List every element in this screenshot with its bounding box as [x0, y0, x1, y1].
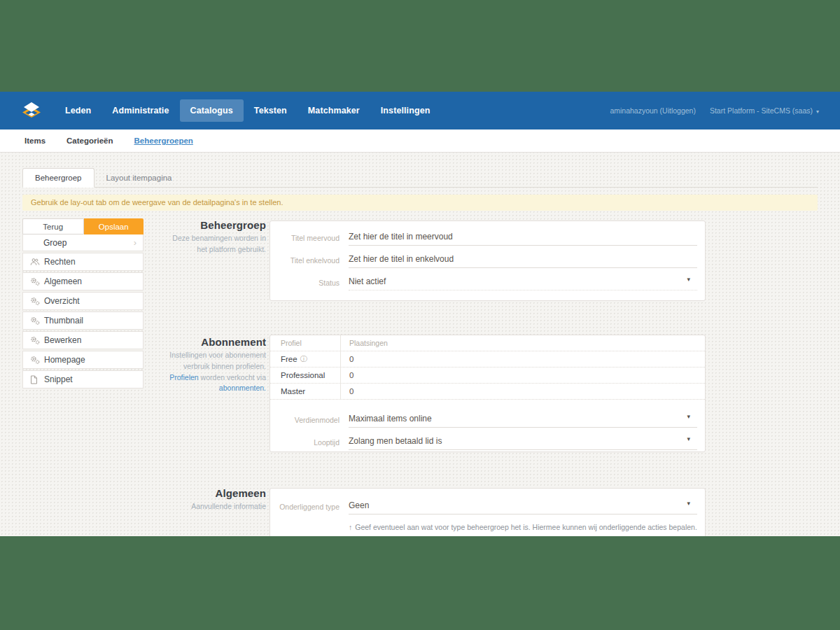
plaatsingen-input[interactable]: 0	[340, 351, 705, 367]
caret-down-icon: ▾	[687, 276, 690, 283]
table-row: Professional 0	[270, 368, 705, 384]
gears-icon	[30, 316, 44, 325]
looptijd-select[interactable]: Zolang men betaald lid is ▾	[349, 435, 697, 450]
sidebar-item-snippet[interactable]: Snippet	[22, 370, 144, 388]
onderliggend-type-select[interactable]: Geen ▾	[349, 500, 697, 514]
sidebar-item-label: Rechten	[44, 257, 76, 267]
letterbox-top	[0, 0, 840, 92]
status-select-value: Niet actief	[349, 276, 386, 286]
verdienmodel-select[interactable]: Maximaal items online ▾	[349, 413, 697, 428]
chevron-down-icon: ▾	[816, 108, 819, 115]
subnav-item-categorieen[interactable]: Categorieën	[66, 136, 113, 145]
plaatsingen-input[interactable]: 0	[340, 368, 705, 383]
status-select[interactable]: Niet actief ▾	[349, 276, 697, 290]
section-title: Algemeen	[161, 487, 266, 499]
titel-meervoud-input[interactable]: Zet hier de titel in meervoud	[349, 231, 697, 246]
profiel-name: Master	[281, 387, 305, 396]
sidebar-item-homepage[interactable]: Homepage	[22, 351, 144, 369]
field-label-onderliggend-type: Onderliggend type	[270, 503, 349, 511]
card-abonnement: Profiel Plaatsingen Free ⓘ 0 Professiona…	[270, 335, 706, 452]
navbar-right: aminahazyoun (Uitloggen) Start Platform …	[610, 106, 819, 115]
field-label-verdienmodel: Verdienmodel	[270, 416, 349, 424]
field-label-looptijd: Looptijd	[270, 438, 349, 447]
letterbox-bottom	[0, 536, 840, 630]
card-beheergroep: Titel meervoud Zet hier de titel in meer…	[270, 220, 706, 301]
nav-item-instellingen[interactable]: Instellingen	[370, 99, 441, 122]
section-description: Instellingen voor abonnement verbruik bi…	[161, 350, 266, 394]
section-heading-algemeen: Algemeen Aanvullende informatie	[161, 487, 266, 512]
section-title: Abonnement	[161, 336, 266, 348]
gears-icon	[30, 336, 44, 344]
platform-selector[interactable]: Start Platform - SiteCMS (saas)▾	[710, 106, 819, 115]
save-button[interactable]: Opslaan	[84, 218, 144, 234]
column-header-profiel: Profiel	[270, 339, 340, 347]
section-heading-beheergroep: Beheergroep Deze benamingen worden in he…	[161, 219, 266, 255]
tab-layout-itempagina[interactable]: Layout itempagina	[94, 169, 184, 187]
users-icon	[30, 258, 44, 266]
onderliggend-type-select-value: Geen	[349, 500, 369, 510]
info-icon[interactable]: ⓘ	[300, 354, 307, 364]
profiel-name: Professional	[281, 371, 325, 379]
top-navbar: Leden Administratie Catalogus Teksten Ma…	[0, 92, 840, 130]
section-title: Beheergroep	[161, 219, 266, 231]
card-algemeen: Onderliggend type Geen ▾ ↑Geef eventueel…	[270, 488, 706, 544]
notice-banner: Gebruik de lay-out tab om de weergave va…	[22, 195, 818, 211]
sidebar-item-rechten[interactable]: Rechten	[22, 253, 144, 271]
up-arrow-icon: ↑	[349, 523, 352, 531]
field-label-titel-enkelvoud: Titel enkelvoud	[270, 256, 349, 265]
section-description: Deze benamingen worden in het platform g…	[161, 233, 266, 255]
user-logout-link[interactable]: aminahazyoun (Uitloggen)	[610, 106, 696, 115]
subnav-item-items[interactable]: Items	[24, 136, 46, 145]
section-description: Aanvullende informatie	[161, 501, 266, 512]
chevron-right-icon: ›	[134, 238, 136, 247]
profiel-name: Free	[281, 355, 298, 363]
caret-down-icon: ▾	[687, 435, 690, 442]
section-heading-abonnement: Abonnement Instellingen voor abonnement …	[161, 336, 266, 394]
caret-down-icon: ▾	[687, 413, 690, 420]
subnav-item-beheergroepen[interactable]: Beheergroepen	[134, 136, 193, 145]
gears-icon	[30, 277, 44, 286]
sidebar-item-algemeen[interactable]: Algemeen	[22, 272, 144, 290]
sidebar-item-thumbnail[interactable]: Thumbnail	[22, 312, 144, 330]
sidebar-item-label: Homepage	[44, 355, 85, 365]
back-button[interactable]: Terug	[22, 218, 84, 234]
field-label-status: Status	[270, 279, 349, 287]
page: Leden Administratie Catalogus Teksten Ma…	[0, 0, 840, 630]
profielen-link[interactable]: Profielen	[169, 373, 198, 382]
sidebar-item-label: Algemeen	[44, 276, 82, 286]
sitecms-logo-icon	[21, 102, 42, 119]
sidebar-item-overzicht[interactable]: Overzicht	[22, 292, 144, 310]
table-header-row: Profiel Plaatsingen	[270, 335, 705, 351]
gears-icon	[30, 297, 44, 305]
abonnementen-link[interactable]: abonnmenten.	[219, 384, 266, 392]
platform-selector-label: Start Platform - SiteCMS (saas)	[710, 106, 813, 115]
table-row: Master 0	[270, 384, 705, 400]
tab-bar: Beheergroep Layout itempagina	[22, 168, 818, 188]
table-row: Free ⓘ 0	[270, 351, 705, 368]
sidebar-item-bewerken[interactable]: Bewerken	[22, 331, 144, 349]
sidebar-list: Rechten Algemeen	[22, 253, 144, 388]
main-nav: Leden Administratie Catalogus Teksten Ma…	[55, 92, 440, 130]
nav-item-administratie[interactable]: Administratie	[102, 99, 179, 122]
column-header-plaatsingen: Plaatsingen	[340, 335, 705, 351]
titel-enkelvoud-input[interactable]: Zet hier de titel in enkelvoud	[349, 253, 697, 268]
gears-icon	[30, 356, 44, 364]
plaatsingen-input[interactable]: 0	[340, 384, 705, 399]
sidebar-item-groep[interactable]: Groep ›	[22, 234, 144, 251]
sidebar-group-label: Groep	[43, 238, 66, 248]
profielen-table: Profiel Plaatsingen Free ⓘ 0 Professiona…	[270, 335, 705, 400]
sidebar-item-label: Overzicht	[44, 296, 80, 306]
tab-beheergroep[interactable]: Beheergroep	[22, 168, 94, 188]
field-help-text: ↑Geef eventueel aan wat voor type beheer…	[349, 523, 697, 531]
nav-item-catalogus[interactable]: Catalogus	[180, 99, 244, 122]
nav-item-leden[interactable]: Leden	[55, 99, 102, 122]
sidebar-item-label: Thumbnail	[44, 316, 83, 326]
sidebar-item-label: Bewerken	[44, 335, 81, 345]
sidebar: Terug Opslaan Groep › Rechten	[22, 218, 144, 390]
nav-item-matchmaker[interactable]: Matchmaker	[298, 99, 370, 122]
verdienmodel-select-value: Maximaal items online	[349, 414, 432, 424]
field-label-titel-meervoud: Titel meervoud	[270, 234, 349, 242]
caret-down-icon: ▾	[687, 500, 690, 507]
nav-item-teksten[interactable]: Teksten	[244, 99, 298, 122]
document-icon	[30, 375, 44, 384]
